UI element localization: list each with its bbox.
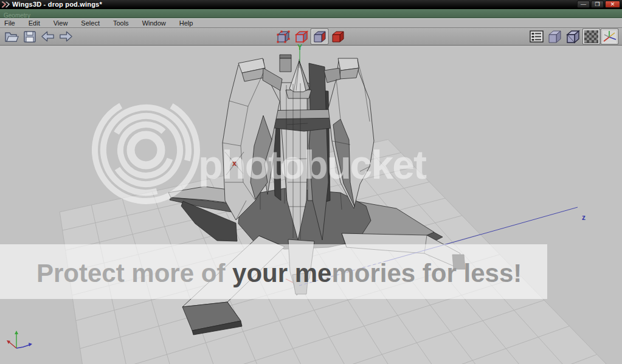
photobucket-logo-text: photobucket (198, 142, 427, 187)
wings3d-window: { "window": { "title": "Wings3D - drop p… (0, 0, 622, 364)
banner-text: Protect more of your memories for less! (36, 259, 522, 287)
geometry-viewport[interactable]: x Y z photobucket Protect more of your m… (0, 46, 622, 364)
viewport-scene: x Y z photobucket Protect more of your m… (0, 0, 622, 364)
y-axis-label: Y (297, 43, 302, 52)
z-axis-label: z (582, 213, 586, 222)
mini-axes-gizmo (7, 331, 32, 348)
